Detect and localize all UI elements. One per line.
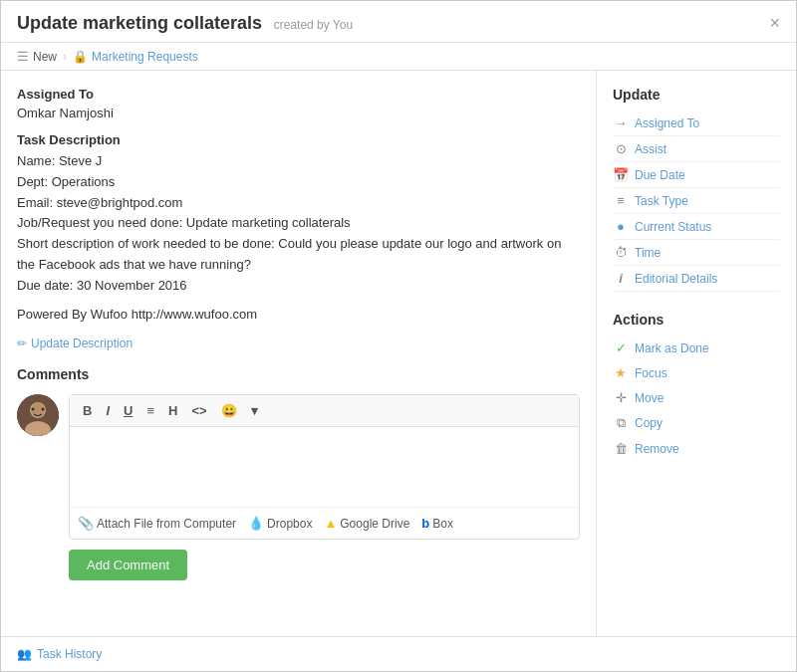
update-current-status-label: Current Status xyxy=(635,220,711,234)
add-comment-button[interactable]: Add Comment xyxy=(69,550,187,580)
task-description-label: Task Description xyxy=(17,132,580,147)
heading-button[interactable]: H xyxy=(163,401,182,420)
attach-bar: 📎 Attach File from Computer 💧 Dropbox ▲ … xyxy=(70,507,579,539)
actions-section: Actions ✓ Mark as Done ★ Focus ✛ Move ⧉ … xyxy=(613,312,780,461)
bold-button[interactable]: B xyxy=(78,401,97,420)
created-by: created by You xyxy=(274,18,353,32)
comments-header: Comments xyxy=(17,366,580,382)
code-button[interactable]: <> xyxy=(186,401,211,420)
comments-section: Comments xyxy=(17,366,580,580)
status-icon: ● xyxy=(613,219,629,234)
google-drive-icon: ▲ xyxy=(324,516,337,531)
update-due-date-label: Due Date xyxy=(635,168,685,182)
pencil-icon: ✏ xyxy=(17,336,27,350)
task-history[interactable]: 👥 Task History xyxy=(1,636,796,671)
desc-line-2: Dept: Operations xyxy=(17,172,580,193)
modal-header: Update marketing collaterals created by … xyxy=(1,1,796,43)
breadcrumb-separator: › xyxy=(63,50,67,64)
svg-point-4 xyxy=(32,408,35,411)
breadcrumb-new: New xyxy=(33,50,57,64)
task-description-body: Name: Steve J Dept: Operations Email: st… xyxy=(17,151,580,325)
attach-file-link[interactable]: 📎 Attach File from Computer xyxy=(78,516,236,531)
comment-editor-container: B I U ≡ H <> 😀 ▾ 📎 xyxy=(69,394,580,540)
emoji-dropdown-button[interactable]: ▾ xyxy=(246,401,263,420)
user-avatar xyxy=(17,394,59,436)
box-icon: b xyxy=(421,516,429,531)
action-move[interactable]: ✛ Move xyxy=(613,385,780,410)
update-assist[interactable]: ⊙ Assist xyxy=(613,136,780,162)
editor-toolbar: B I U ≡ H <> 😀 ▾ xyxy=(70,395,579,427)
action-remove-label: Remove xyxy=(635,442,679,456)
modal-container: Update marketing collaterals created by … xyxy=(0,0,797,672)
update-assigned-to[interactable]: → Assigned To xyxy=(613,111,780,136)
action-mark-done-label: Mark as Done xyxy=(635,341,709,355)
update-task-type[interactable]: ≡ Task Type xyxy=(613,188,780,214)
update-task-type-label: Task Type xyxy=(635,194,688,208)
sidebar: Update → Assigned To ⊙ Assist 📅 Due Date… xyxy=(597,71,796,636)
desc-line-5: Short description of work needed to be d… xyxy=(17,234,580,276)
assigned-to-label: Assigned To xyxy=(17,87,580,102)
breadcrumb-lock-icon: 🔒 xyxy=(73,50,88,64)
action-copy[interactable]: ⧉ Copy xyxy=(613,410,780,436)
update-time-label: Time xyxy=(635,246,661,260)
dropbox-label: Dropbox xyxy=(267,517,312,531)
attach-file-icon: 📎 xyxy=(78,516,94,531)
google-drive-label: Google Drive xyxy=(340,517,409,531)
svg-point-5 xyxy=(42,408,45,411)
desc-line-3: Email: steve@brightpod.com xyxy=(17,193,580,214)
comment-input[interactable] xyxy=(70,427,579,507)
update-editorial-details-label: Editorial Details xyxy=(635,272,717,286)
action-remove[interactable]: 🗑 Remove xyxy=(613,436,780,461)
update-current-status[interactable]: ● Current Status xyxy=(613,214,780,240)
box-link[interactable]: b Box xyxy=(421,516,453,531)
modal-title: Update marketing collaterals xyxy=(17,13,262,33)
comment-box: B I U ≡ H <> 😀 ▾ 📎 xyxy=(17,394,580,540)
close-button[interactable]: × xyxy=(769,13,780,34)
action-mark-done[interactable]: ✓ Mark as Done xyxy=(613,336,780,360)
italic-button[interactable]: I xyxy=(101,401,115,420)
trash-icon: 🗑 xyxy=(613,441,629,456)
list-button[interactable]: ≡ xyxy=(141,401,159,420)
desc-line-6: Due date: 30 November 2016 xyxy=(17,276,580,297)
update-assigned-to-label: Assigned To xyxy=(635,116,699,130)
task-history-icon: 👥 xyxy=(17,647,32,661)
breadcrumb-marketing-requests[interactable]: Marketing Requests xyxy=(92,50,198,64)
desc-line-1: Name: Steve J xyxy=(17,151,580,172)
action-focus[interactable]: ★ Focus xyxy=(613,360,780,385)
dropbox-link[interactable]: 💧 Dropbox xyxy=(248,516,312,531)
menu-icon: ☰ xyxy=(17,49,29,64)
dropbox-icon: 💧 xyxy=(248,516,264,531)
underline-button[interactable]: U xyxy=(119,401,137,420)
move-icon: ✛ xyxy=(613,390,629,405)
breadcrumb: ☰ New › 🔒 Marketing Requests xyxy=(1,43,796,71)
emoji-button[interactable]: 😀 xyxy=(216,401,242,420)
star-icon: ★ xyxy=(613,365,629,380)
desc-line-7: Powered By Wufoo http://www.wufoo.com xyxy=(17,305,580,326)
update-section: Update → Assigned To ⊙ Assist 📅 Due Date… xyxy=(613,87,780,292)
update-time[interactable]: ⏱ Time xyxy=(613,240,780,266)
box-label: Box xyxy=(432,517,453,531)
action-focus-label: Focus xyxy=(635,366,667,380)
modal-title-area: Update marketing collaterals created by … xyxy=(17,13,353,34)
update-description-link[interactable]: ✏ Update Description xyxy=(17,336,580,350)
desc-line-4: Job/Request you need done: Update market… xyxy=(17,213,580,234)
update-editorial-details[interactable]: i Editorial Details xyxy=(613,266,780,292)
update-section-title: Update xyxy=(613,87,780,103)
copy-icon: ⧉ xyxy=(613,415,629,431)
attach-file-label: Attach File from Computer xyxy=(97,517,236,531)
google-drive-link[interactable]: ▲ Google Drive xyxy=(324,516,409,531)
info-icon: i xyxy=(613,271,629,286)
main-content: Assigned To Omkar Namjoshi Task Descript… xyxy=(1,71,597,636)
update-assist-label: Assist xyxy=(635,142,666,156)
action-move-label: Move xyxy=(635,391,664,405)
arrow-right-icon: → xyxy=(613,115,629,130)
task-type-icon: ≡ xyxy=(613,193,629,208)
modal-body: Assigned To Omkar Namjoshi Task Descript… xyxy=(1,71,796,636)
update-due-date[interactable]: 📅 Due Date xyxy=(613,162,780,188)
calendar-icon: 📅 xyxy=(613,167,629,182)
checkmark-icon: ✓ xyxy=(613,340,629,355)
task-history-label: Task History xyxy=(37,647,102,661)
actions-section-title: Actions xyxy=(613,312,780,328)
update-description-text: Update Description xyxy=(31,336,133,350)
action-copy-label: Copy xyxy=(635,416,663,430)
